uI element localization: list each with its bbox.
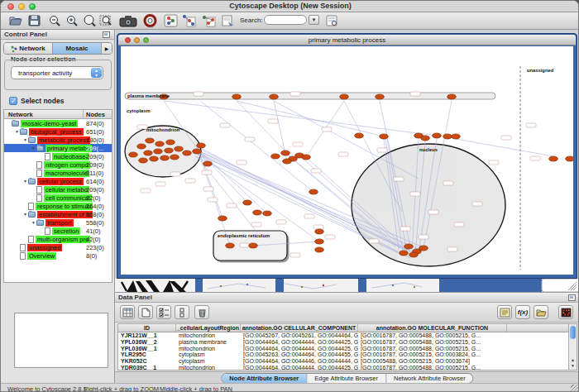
- table-cell[interactable]: [GO:0044464, GO:0044444, GO:0044425, G..…: [241, 346, 358, 352]
- help-icon[interactable]: [143, 14, 157, 27]
- search-input[interactable]: [264, 15, 307, 25]
- table-cell[interactable]: plasma membrane: [176, 339, 241, 346]
- delete-attribute-icon[interactable]: [194, 305, 209, 319]
- float-panel-icon[interactable]: [103, 31, 110, 38]
- tree-node-label[interactable]: Overview: [27, 252, 56, 260]
- scroll-up-icon[interactable]: ▲: [569, 357, 577, 363]
- table-row[interactable]: YJR121W__1mitochondrion[GO:0045267, GO:0…: [118, 332, 570, 339]
- dropdown-stepper-icon[interactable]: ▲▼: [91, 68, 102, 78]
- table-scrollbar[interactable]: ▲ ▼: [568, 323, 577, 370]
- network-window[interactable]: primary metabolic process plasma membran…: [117, 33, 577, 279]
- expander-icon[interactable]: ▼: [31, 146, 36, 151]
- tree-node-label[interactable]: establishment of lo: [37, 211, 93, 218]
- tree-node-label[interactable]: primary metabo: [45, 145, 92, 152]
- tree-row[interactable]: nitrogen compo209(0): [4, 160, 112, 169]
- tree-row[interactable]: ▼biological_process651(0): [4, 127, 112, 136]
- table-cell[interactable]: YKR052C: [118, 358, 176, 365]
- table-cell[interactable]: [GO:0016787, GO:0005488, GO:0005215, G..…: [358, 332, 507, 339]
- table-cell[interactable]: [GO:0045267, GO:0045261, GO:0044464, G..…: [241, 332, 358, 339]
- table-row[interactable]: YKR052Ccytoplasm[GO:0044464, GO:0044446,…: [118, 358, 570, 365]
- table-cell[interactable]: [GO:0045263, GO:0044464, GO:0044455, G..…: [241, 351, 358, 358]
- snapshot-icon[interactable]: [119, 14, 137, 27]
- table-row[interactable]: YLR295Ccytoplasm[GO:0045263, GO:0044464,…: [118, 351, 570, 358]
- select-all-attributes-icon[interactable]: [156, 305, 171, 319]
- table-cell[interactable]: [GO:0044464, GO:0044444, GO:0044425, G..…: [241, 339, 358, 346]
- zoom-fit-icon[interactable]: [83, 14, 97, 27]
- select-nodes-checkbox[interactable]: ✓: [9, 97, 17, 105]
- tree-row[interactable]: ▼metabolic process280(0): [4, 136, 112, 144]
- import-attributes-icon[interactable]: [534, 305, 548, 319]
- tree-row[interactable]: mosaic-demo-yeast874(0): [4, 119, 112, 127]
- vizmapper-icon[interactable]: [164, 14, 178, 27]
- table-cell[interactable]: mitochondrion: [176, 346, 241, 352]
- tab-scroll-right-icon[interactable]: ▶: [102, 43, 112, 54]
- advanced-search-icon[interactable]: [325, 14, 339, 27]
- table-cell[interactable]: YJR121W__1: [118, 332, 176, 339]
- table-cell[interactable]: [GO:0016787, GO:0005488, GO:0005215, G..…: [358, 346, 507, 352]
- tree-node-label[interactable]: biological_process: [29, 128, 84, 136]
- tree-node-label[interactable]: cellular metabo: [44, 186, 89, 194]
- tree-node-label[interactable]: nitrogen compo: [44, 161, 90, 169]
- tree-row[interactable]: Overview8(0): [4, 251, 112, 260]
- table-cell[interactable]: [GO:0016787, GO:0005488, GO:0005215, G..…: [358, 339, 507, 346]
- tree-row[interactable]: cell communicat22(0): [4, 194, 112, 202]
- column-header[interactable]: ID: [118, 324, 176, 332]
- tree-row[interactable]: ▼establishment of lo558(0): [4, 210, 112, 218]
- scrollbar-thumb[interactable]: [570, 326, 576, 339]
- tab-mosaic[interactable]: Mosaic: [53, 43, 102, 54]
- layout-icon-1[interactable]: [182, 14, 196, 27]
- tree-row[interactable]: macromolecule311(0): [4, 169, 112, 177]
- network-window-titlebar[interactable]: primary metabolic process: [118, 35, 576, 45]
- expander-icon[interactable]: ▼: [22, 179, 28, 184]
- resize-grip[interactable]: [571, 385, 579, 392]
- column-header[interactable]: annotation.GO CELLULAR_COMPONENT: [241, 324, 358, 332]
- open-icon[interactable]: [9, 14, 23, 27]
- network-canvas[interactable]: plasma membranecytoplasmmitochondrionnuc…: [121, 46, 573, 275]
- tree-row[interactable]: response to stimulu264(0): [4, 202, 112, 210]
- tree-row[interactable]: cellular metabo209(0): [4, 185, 112, 194]
- table-cell[interactable]: [GO:0044464, GO:0044444, GO:0044425, G..…: [241, 365, 358, 370]
- zoom-out-icon[interactable]: [48, 14, 62, 27]
- table-cell[interactable]: [GO:0005488, GO:0005215, GO:0003674]: [358, 358, 507, 365]
- table-cell[interactable]: YPL036W__1: [118, 346, 176, 352]
- column-header[interactable]: _cellularLayoutRegion: [176, 324, 241, 332]
- tab-network[interactable]: Network: [4, 43, 53, 54]
- unselect-all-attributes-icon[interactable]: [175, 305, 189, 319]
- save-icon[interactable]: [27, 14, 41, 27]
- expander-icon[interactable]: ▼: [14, 129, 20, 134]
- annotation-icon[interactable]: [221, 14, 235, 27]
- table-row[interactable]: YPL036W__1mitochondrion[GO:0044464, GO:0…: [118, 346, 570, 352]
- tree-node-label[interactable]: macromolecule: [44, 170, 89, 177]
- tree-row[interactable]: unassigned223(0): [4, 243, 112, 251]
- tree-node-label[interactable]: mosaic-demo-yeast: [21, 120, 78, 127]
- tree-node-label[interactable]: unassigned: [27, 244, 62, 251]
- window-titlebar[interactable]: Cytoscape Desktop (New Session): [1, 1, 579, 12]
- table-cell[interactable]: [GO:0016787, GO:0005488, GO:0005215, G..…: [358, 365, 507, 370]
- table-cell[interactable]: YPL036W__2: [118, 339, 176, 346]
- expander-icon[interactable]: ▼: [31, 220, 36, 225]
- tree-node-label[interactable]: transport: [45, 219, 74, 227]
- new-attribute-icon[interactable]: [138, 305, 153, 319]
- matrix-view-icon[interactable]: [558, 305, 573, 319]
- tree-node-label[interactable]: response to stimulu: [36, 203, 93, 210]
- float-data-panel-icon[interactable]: [568, 294, 576, 301]
- table-cell[interactable]: cytoplasm: [176, 358, 241, 365]
- function-builder-icon[interactable]: f(x): [515, 305, 530, 319]
- tree-row[interactable]: ▼primary metabo209(...: [4, 144, 112, 152]
- table-cell[interactable]: mitochondrion: [176, 365, 241, 370]
- tree-node-label[interactable]: nucleobase-: [52, 153, 89, 160]
- table-cell[interactable]: [GO:0016787, GO:0005215, GO:0003824, G..…: [358, 351, 507, 358]
- tree-node-label[interactable]: multi-organism pro: [36, 236, 90, 243]
- tree-row[interactable]: nucleobase-209(0): [4, 152, 112, 160]
- tab-node-attribute-browser[interactable]: Node Attribute Browser: [222, 374, 307, 383]
- expander-icon[interactable]: ▼: [22, 137, 28, 142]
- table-row[interactable]: YDR039C__1mitochondrion[GO:0044464, GO:0…: [118, 365, 570, 370]
- zoom-in-icon[interactable]: [65, 14, 79, 27]
- tab-edge-attribute-browser[interactable]: Edge Attribute Browser: [307, 374, 386, 383]
- table-cell[interactable]: mitochondrion: [176, 332, 241, 339]
- select-attributes-icon[interactable]: [120, 305, 135, 319]
- scroll-down-icon[interactable]: ▼: [569, 363, 577, 369]
- tree-row[interactable]: multi-organism pro42(0): [4, 235, 112, 243]
- birdseye-view[interactable]: [14, 313, 108, 368]
- table-cell[interactable]: [GO:0044464, GO:0044446, GO:0044444, G..…: [241, 358, 358, 365]
